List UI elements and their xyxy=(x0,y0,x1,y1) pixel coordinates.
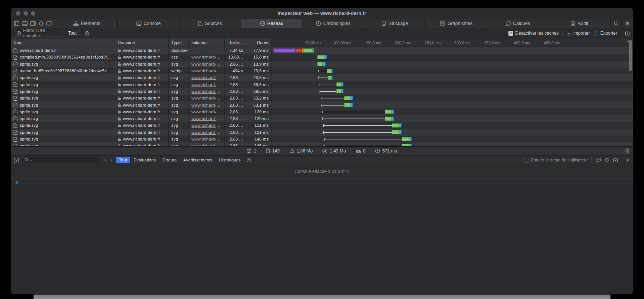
console-search-input[interactable]: ⌄ xyxy=(22,157,101,163)
column-header-4[interactable]: Taille… xyxy=(225,38,246,47)
next-result-button[interactable]: › xyxy=(110,157,113,163)
clear-console-button[interactable] xyxy=(613,158,618,163)
console-prompt-row[interactable] xyxy=(11,179,633,186)
column-header-0[interactable]: Nom xyxy=(11,38,115,47)
storage-icon xyxy=(381,21,386,26)
table-row[interactable]: sprite.svgwww.richard-dern.frsvgwww.rich… xyxy=(11,95,633,101)
tab-console[interactable]: Console xyxy=(118,19,179,28)
settings-button[interactable]: ⚙ xyxy=(622,19,633,28)
resource-scope-dropdown[interactable]: Tout ⌃⌃ xyxy=(68,31,80,36)
timeline-tick-label: 200,0 ms xyxy=(395,38,413,47)
console-scope-icon[interactable] xyxy=(14,158,19,163)
url-filter-placeholder: Filtrer l'URL complète xyxy=(23,28,60,38)
zoom-window-button[interactable] xyxy=(31,11,35,16)
column-header-5[interactable]: Durée xyxy=(246,38,272,47)
waterfall-wait-line xyxy=(321,98,344,98)
reload-button[interactable] xyxy=(605,158,609,163)
tabs: ÉlémentsConsoleSourcesRéseauChronologies… xyxy=(56,19,610,28)
waterfall-segment-green xyxy=(344,103,350,107)
globe-icon xyxy=(247,148,251,153)
expand-console-button[interactable] xyxy=(626,158,630,162)
dock-left[interactable] xyxy=(14,21,19,26)
filter-options-button[interactable] xyxy=(85,31,89,36)
table-row[interactable]: sprite.svgwww.richard-dern.frsvgwww.rich… xyxy=(11,81,633,88)
column-header-3[interactable]: Initiateur xyxy=(189,38,225,47)
table-row[interactable]: sprite.svgwww.richard-dern.frsvgwww.rich… xyxy=(11,74,633,81)
table-row[interactable]: sprite.svgwww.richard-dern.frsvgwww.rich… xyxy=(11,142,633,146)
device-icon[interactable] xyxy=(46,21,52,26)
target-icon[interactable] xyxy=(38,21,44,26)
initiator-link[interactable]: www.richard-d… xyxy=(191,82,222,87)
tab-audit[interactable]: Audit xyxy=(549,19,610,28)
tab-elements[interactable]: Éléments xyxy=(56,19,118,28)
minimize-window-button[interactable] xyxy=(23,11,28,16)
table-row[interactable]: sprite.svgwww.richard-dern.frsvgwww.rich… xyxy=(11,122,633,129)
tab-chronologies[interactable]: Chronologies xyxy=(302,19,364,28)
lock-icon xyxy=(118,82,121,86)
search-button[interactable] xyxy=(610,19,622,28)
table-row[interactable]: sprite.svgwww.richard-dern.frsvgwww.rich… xyxy=(11,115,633,122)
image-file-icon xyxy=(13,123,18,128)
console-filter-tout[interactable]: Tout xyxy=(116,157,130,163)
table-row[interactable]: sprite.svgwww.richard-dern.frsvgwww.rich… xyxy=(11,108,633,115)
cell-size: 494 o xyxy=(225,67,246,74)
emulate-user-gesture-checkbox[interactable]: Émuler le geste de l'utilisateur xyxy=(524,158,588,163)
console-filter-historiques[interactable]: Historiques xyxy=(216,157,244,163)
tab-sources[interactable]: Sources xyxy=(180,19,241,28)
table-row[interactable]: avatar_hu85ecc3e298728880b0bde2dcc4e5c23… xyxy=(11,67,633,74)
initiator-link[interactable]: www.richard-d… xyxy=(191,55,222,59)
clear-network-button[interactable] xyxy=(625,31,630,36)
console-filter-erreurs[interactable]: Erreurs xyxy=(159,157,180,163)
disable-caches-label: Désactiver les caches xyxy=(515,31,559,36)
help-button[interactable]: ? xyxy=(624,148,630,154)
initiator-link[interactable]: www.richard-d… xyxy=(191,137,222,141)
image-file-icon xyxy=(13,137,18,142)
initiator-link[interactable]: www.richard-d… xyxy=(191,62,222,66)
disable-caches-checkbox[interactable]: ✓ Désactiver les caches xyxy=(508,31,559,36)
tab-graphismes[interactable]: Graphismes xyxy=(426,19,487,28)
table-row[interactable]: sprite.svgwww.richard-dern.frsvgwww.rich… xyxy=(11,136,633,142)
import-button[interactable]: Importer xyxy=(567,31,590,36)
table-row[interactable]: sprite.svgwww.richard-dern.frsvgwww.rich… xyxy=(11,101,633,108)
initiator-link[interactable]: www.richard-d… xyxy=(191,123,222,128)
close-window-button[interactable] xyxy=(16,11,20,16)
console-toolbar: ⌄ ‹ › ToutÉvaluationsErreursAvertissemen… xyxy=(11,155,633,164)
initiator-link[interactable]: www.richard-d… xyxy=(191,130,222,135)
tab-reseau[interactable]: Réseau xyxy=(241,19,302,28)
waterfall-segment-blue xyxy=(323,62,326,66)
column-header-1[interactable]: Domaine xyxy=(115,38,169,47)
column-header-2[interactable]: Type xyxy=(169,38,189,47)
table-row[interactable]: compiled.min.38390909f303624ed9e1cf1bd3f… xyxy=(11,54,633,60)
cell-type: svg xyxy=(169,95,189,101)
dock-right[interactable] xyxy=(30,21,36,26)
cell-duration: 131 ms xyxy=(246,129,272,136)
initiator-link[interactable]: www.richard-d… xyxy=(191,110,222,114)
console-filter-avertissements[interactable]: Avertissements xyxy=(180,157,215,163)
export-button[interactable]: Exporter xyxy=(594,31,617,36)
console-messages-button[interactable] xyxy=(596,158,601,163)
vertical-scrollbar[interactable] xyxy=(629,40,632,71)
network-table: NomDomaineTypeInitiateurTaille…Durée 50,… xyxy=(11,38,633,146)
dock-bottom[interactable] xyxy=(22,21,28,26)
console-filter-evaluations[interactable]: Évaluations xyxy=(131,157,159,163)
previous-result-button[interactable]: ‹ xyxy=(104,157,107,163)
tab-stockage[interactable]: Stockage xyxy=(364,19,426,28)
url-filter-input[interactable]: Filtrer l'URL complète xyxy=(14,30,63,37)
table-row[interactable]: www.richard-dern.frwww.richard-dern.frdo… xyxy=(11,47,633,54)
console-prompt-icon xyxy=(15,180,19,184)
initiator-link[interactable]: www.richard-d… xyxy=(191,103,222,107)
initiator-link[interactable]: www.richard-d… xyxy=(191,75,222,80)
initiator-link[interactable]: www.richard-d… xyxy=(191,144,222,146)
table-row[interactable]: sprite.svgwww.richard-dern.frsvgwww.rich… xyxy=(11,88,633,95)
cell-waterfall xyxy=(272,129,633,136)
initiator-link[interactable]: www.richard-d… xyxy=(191,89,222,94)
initiator-link[interactable]: www.richard-d… xyxy=(191,69,222,73)
initiator-link[interactable]: www.richard-d… xyxy=(191,96,222,100)
cell-duration: 39,5 ms xyxy=(246,88,272,95)
console-filter-options-button[interactable] xyxy=(247,158,251,163)
table-row[interactable]: sprite.svgwww.richard-dern.frsvgwww.rich… xyxy=(11,61,633,67)
initiator-link[interactable]: www.richard-d… xyxy=(191,116,222,121)
table-row[interactable]: sprite.svgwww.richard-dern.frsvgwww.rich… xyxy=(11,129,633,136)
tab-calques[interactable]: Calques xyxy=(487,19,549,28)
cell-size: 2,63 … xyxy=(225,95,246,101)
